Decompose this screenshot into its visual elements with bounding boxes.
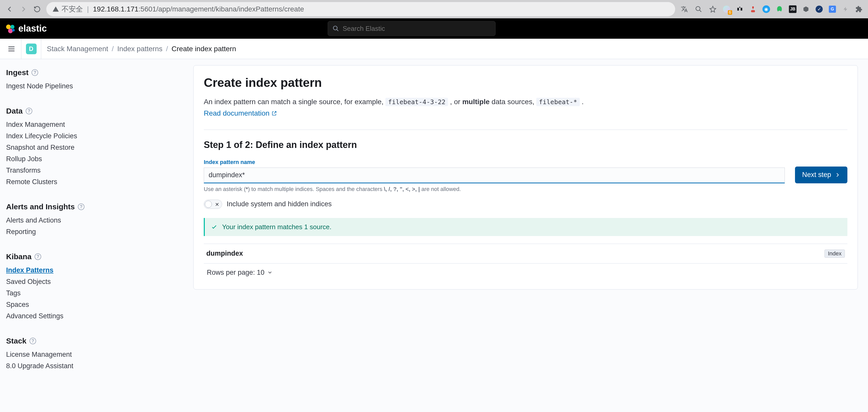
ext-icon-1[interactable]: 6 — [722, 5, 731, 13]
sidebar-item[interactable]: Ingest Node Pipelines — [6, 81, 187, 92]
help-icon[interactable]: ? — [78, 203, 85, 210]
sidebar-item[interactable]: Advanced Settings — [6, 311, 187, 322]
help-icon[interactable]: ? — [26, 108, 32, 114]
breadcrumb-link[interactable]: Index patterns — [117, 45, 162, 53]
sources-table: dumpindex Index — [204, 244, 847, 264]
translate-icon[interactable] — [680, 5, 689, 14]
back-button[interactable] — [5, 5, 14, 14]
page-title: Create index pattern — [204, 76, 847, 90]
svg-rect-2 — [741, 8, 742, 11]
chevron-down-icon — [267, 270, 273, 275]
ext-icon-8[interactable]: ✓ — [815, 5, 823, 13]
zoom-icon[interactable] — [694, 5, 703, 14]
svg-point-3 — [739, 7, 740, 8]
sidebar-section-alerts: Alerts and Insights? — [6, 202, 187, 211]
breadcrumbs: Stack Management / Index patterns / Crea… — [41, 45, 236, 53]
sidebar-item[interactable]: Tags — [6, 288, 187, 299]
space-selector[interactable]: D — [26, 43, 37, 54]
field-label: Index pattern name — [204, 159, 785, 166]
browser-actions: 6 ◉ JB ✓ G — [680, 5, 863, 14]
sidebar-item[interactable]: 8.0 Upgrade Assistant — [6, 360, 187, 372]
help-icon[interactable]: ? — [30, 337, 36, 344]
sidebar-item[interactable]: Alerts and Actions — [6, 215, 187, 226]
field-hint: Use an asterisk (*) to match multiple in… — [204, 186, 785, 193]
svg-point-5 — [6, 25, 11, 29]
global-search-input[interactable] — [343, 25, 491, 33]
rows-per-page-selector[interactable]: Rows per page: 10 — [204, 264, 847, 282]
sidebar-item[interactable]: Transforms — [6, 165, 187, 176]
chevron-right-icon — [835, 172, 840, 178]
forward-button[interactable] — [19, 5, 28, 14]
sidebar-section-data: Data? — [6, 107, 187, 115]
help-icon[interactable]: ? — [35, 253, 41, 260]
ext-icon-2[interactable] — [736, 5, 744, 13]
index-pattern-name-input[interactable] — [204, 168, 785, 183]
ext-icon-7[interactable] — [802, 5, 810, 13]
svg-point-4 — [752, 6, 754, 8]
sidebar-section-kibana: Kibana? — [6, 252, 187, 261]
svg-point-7 — [8, 29, 13, 33]
sidebar-item[interactable]: Index Lifecycle Policies — [6, 130, 187, 142]
main-content: Create index pattern An index pattern ca… — [193, 59, 868, 412]
svg-point-0 — [696, 7, 700, 11]
insecure-warning: 不安全 — [53, 4, 83, 14]
read-documentation-link[interactable]: Read documentation — [204, 109, 277, 117]
subheader: D Stack Management / Index patterns / Cr… — [0, 39, 868, 59]
svg-point-8 — [12, 29, 15, 32]
code-example: filebeat-4-3-22 — [385, 98, 448, 106]
sidebar-item[interactable]: Reporting — [6, 226, 187, 238]
step-title: Step 1 of 2: Define an index pattern — [204, 140, 847, 150]
ext-icon-6[interactable]: JB — [788, 5, 797, 13]
sidebar-section-ingest: Ingest? — [6, 68, 187, 77]
toggle-label: Include system and hidden indices — [227, 200, 332, 208]
ext-icon-10[interactable] — [841, 5, 850, 13]
sidebar-item[interactable]: Index Management — [6, 119, 187, 130]
svg-point-9 — [333, 26, 337, 30]
sidebar-section-stack: Stack? — [6, 336, 187, 345]
source-name: dumpindex — [206, 249, 243, 258]
code-example: filebeat-* — [536, 98, 580, 106]
management-sidebar: Ingest? Ingest Node Pipelines Data? Inde… — [0, 59, 193, 412]
help-icon[interactable]: ? — [32, 69, 38, 76]
ext-icon-3[interactable] — [749, 5, 757, 13]
sidebar-item[interactable]: Saved Objects — [6, 276, 187, 288]
global-search[interactable] — [328, 21, 496, 36]
elastic-logo[interactable]: elastic — [5, 23, 47, 34]
url-text: 192.168.1.171:5601/app/management/kibana… — [93, 5, 304, 13]
match-callout: Your index pattern matches 1 source. — [204, 218, 847, 236]
search-icon — [333, 25, 339, 32]
close-icon: ✕ — [215, 201, 219, 208]
reload-button[interactable] — [33, 5, 42, 14]
source-type-badge: Index — [825, 249, 845, 258]
table-row: dumpindex Index — [204, 244, 847, 264]
breadcrumb-link[interactable]: Stack Management — [47, 45, 108, 53]
sidebar-item-index-patterns[interactable]: Index Patterns — [6, 265, 187, 276]
sidebar-item[interactable]: Remote Clusters — [6, 176, 187, 188]
star-icon[interactable] — [708, 5, 717, 14]
sidebar-item[interactable]: License Management — [6, 349, 187, 360]
svg-point-6 — [10, 25, 14, 29]
sidebar-item[interactable]: Snapshot and Restore — [6, 142, 187, 153]
app-header: elastic — [0, 18, 868, 39]
browser-toolbar: 不安全 | 192.168.1.171:5601/app/management/… — [0, 0, 868, 18]
elastic-logo-icon — [5, 23, 16, 34]
ext-icon-9[interactable]: G — [828, 5, 836, 13]
sidebar-item[interactable]: Rollup Jobs — [6, 153, 187, 165]
breadcrumb-current: Create index pattern — [172, 45, 236, 53]
ext-icon-5[interactable] — [775, 5, 783, 13]
next-step-button[interactable]: Next step — [795, 167, 847, 183]
include-system-indices-toggle[interactable]: ✕ — [204, 200, 222, 209]
page-description: An index pattern can match a single sour… — [204, 96, 847, 108]
svg-rect-1 — [737, 8, 739, 11]
external-link-icon — [272, 111, 277, 116]
sidebar-item[interactable]: Spaces — [6, 299, 187, 311]
nav-toggle[interactable] — [2, 39, 21, 59]
check-icon — [211, 224, 218, 230]
warning-icon — [53, 6, 59, 12]
ext-icon-4[interactable]: ◉ — [762, 5, 770, 13]
address-bar[interactable]: 不安全 | 192.168.1.171:5601/app/management/… — [46, 2, 675, 16]
extensions-icon[interactable] — [855, 5, 863, 13]
